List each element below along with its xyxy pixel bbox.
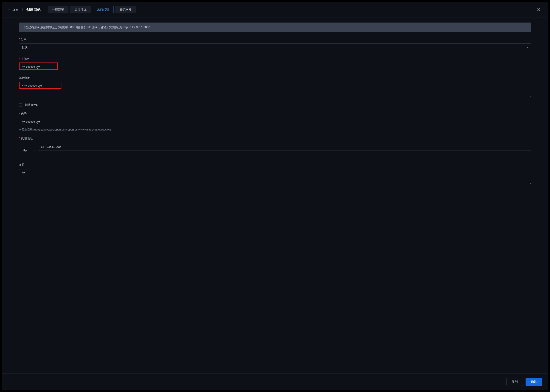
create-website-modal: ← 返回 创建网站 一键部署 运行环境 反向代理 静态网站 ✕ 代理已有服务,例… [2, 2, 548, 390]
proxy-input-wrap [38, 143, 531, 158]
tab-one-click-deploy[interactable]: 一键部署 [48, 6, 69, 13]
select-group-value: 默认 [19, 43, 531, 52]
close-button[interactable]: ✕ [535, 6, 542, 13]
other-domains-wrap [19, 82, 531, 98]
label-main-domain: 主域名 [19, 57, 531, 61]
label-proxy: 代理地址 [19, 137, 531, 140]
form-group-remark: 备注 [19, 163, 531, 185]
form-content: 代理已有服务,例如本机已安装使用 8080 端口的 halo 服务，那么代理地址… [2, 17, 548, 373]
label-group: 分组 [19, 37, 531, 41]
checkbox-ipv6[interactable] [19, 103, 22, 107]
modal-header: ← 返回 创建网站 一键部署 运行环境 反向代理 静态网站 ✕ [2, 2, 548, 17]
textarea-other-domains[interactable] [19, 82, 531, 97]
input-alias[interactable] [19, 118, 531, 126]
tabs-container: 一键部署 运行环境 反向代理 静态网站 [48, 6, 535, 13]
label-alias: 代号 [19, 112, 531, 116]
back-button[interactable]: ← 返回 [8, 7, 19, 12]
proxy-row: http [19, 143, 531, 158]
label-other-domains: 其他域名 [19, 76, 531, 80]
confirm-button[interactable]: 确认 [526, 378, 542, 386]
tab-reverse-proxy[interactable]: 反向代理 [93, 6, 113, 13]
form-group-ipv6: 监听 IPV6 [19, 103, 531, 107]
highlight-box [38, 151, 62, 158]
select-group[interactable]: 默认 [19, 43, 531, 52]
tab-runtime[interactable]: 运行环境 [70, 6, 91, 13]
main-domain-wrap [19, 63, 531, 71]
modal-footer: 取消 确认 [2, 373, 548, 390]
select-protocol-value: http [22, 149, 27, 152]
form-group-group: 分组 默认 [19, 37, 531, 52]
form-group-proxy: 代理地址 http [19, 137, 531, 158]
cancel-button[interactable]: 取消 [506, 378, 523, 386]
close-icon: ✕ [537, 7, 540, 12]
arrow-left-icon: ← [8, 8, 11, 11]
chevron-down-icon [33, 149, 35, 152]
form-group-alias: 代号 对应主目录:/opt/1panel/apps/openresty/open… [19, 112, 531, 132]
helper-alias: 对应主目录:/opt/1panel/apps/openresty/openres… [19, 128, 531, 132]
input-main-domain[interactable] [19, 63, 531, 71]
divider [22, 8, 22, 11]
label-remark: 备注 [19, 163, 531, 167]
back-label: 返回 [13, 8, 19, 12]
tab-static-site[interactable]: 静态网站 [115, 6, 136, 13]
modal-title: 创建网站 [26, 7, 41, 12]
info-banner: 代理已有服务,例如本机已安装使用 8080 端口的 halo 服务，那么代理地址… [19, 22, 531, 32]
select-protocol[interactable]: http [19, 143, 38, 158]
textarea-remark[interactable] [19, 169, 531, 184]
label-ipv6: 监听 IPV6 [24, 103, 38, 107]
input-proxy-address[interactable] [38, 143, 531, 151]
form-group-other-domains: 其他域名 [19, 76, 531, 98]
form-group-main-domain: 主域名 [19, 57, 531, 71]
